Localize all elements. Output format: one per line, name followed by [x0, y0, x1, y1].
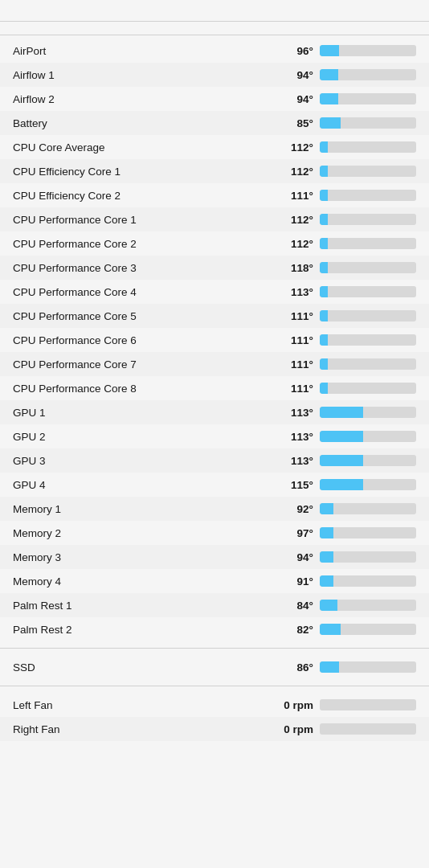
bar-container: [320, 503, 416, 514]
sensor-name: SSD: [13, 661, 275, 674]
sensor-row: GPU 1113°: [0, 400, 429, 424]
sensor-row: GPU 2113°: [0, 424, 429, 448]
sensor-value: 111°: [275, 383, 313, 395]
bar-fill: [320, 45, 339, 56]
bar-container: [320, 407, 416, 418]
sensor-name: CPU Performance Core 3: [13, 262, 275, 274]
bar-container: [320, 117, 416, 129]
sensor-name: Memory 3: [13, 551, 275, 563]
sensor-row: GPU 3113°: [0, 448, 429, 473]
bar-fill: [320, 93, 338, 104]
sensor-value: 111°: [275, 190, 313, 202]
bar-container: [320, 214, 416, 225]
sensor-row: GPU 4115°: [0, 473, 429, 497]
sensor-name: Memory 1: [13, 503, 275, 515]
bar-container: [320, 479, 416, 490]
sensor-name: CPU Performance Core 8: [13, 383, 275, 395]
bar-container: [320, 527, 416, 538]
sensor-name: Airflow 2: [13, 93, 275, 105]
bar-fill: [320, 431, 363, 442]
sensor-name: Memory 2: [13, 527, 275, 539]
bar-container: [320, 699, 416, 710]
sensor-row: Memory 491°: [0, 569, 429, 593]
sensor-row: CPU Efficiency Core 2111°: [0, 183, 429, 207]
bar-fill: [320, 661, 339, 673]
sensor-name: GPU 4: [13, 479, 275, 491]
bar-container: [320, 310, 416, 321]
sensor-row: Memory 394°: [0, 545, 429, 569]
bar-container: [320, 431, 416, 442]
bar-fill: [320, 238, 328, 249]
bar-fill: [320, 310, 328, 321]
bar-fill: [320, 286, 328, 297]
sensor-row: AirPort96°: [0, 39, 429, 63]
sensor-value: 113°: [275, 455, 313, 467]
sensor-name: CPU Efficiency Core 1: [13, 166, 275, 178]
sensor-row: Battery85°: [0, 111, 429, 135]
sensor-row: CPU Performance Core 6111°: [0, 328, 429, 352]
bar-fill: [320, 503, 333, 514]
bar-fill: [320, 117, 341, 129]
sensor-row: Memory 192°: [0, 497, 429, 521]
sensor-row: CPU Performance Core 5111°: [0, 304, 429, 328]
sensor-row: CPU Efficiency Core 1112°: [0, 159, 429, 183]
sensor-row: Airflow 194°: [0, 63, 429, 87]
sensor-value: 86°: [275, 661, 313, 674]
bar-container: [320, 166, 416, 177]
sensors-group: AirPort96°Airflow 194°Airflow 294°Batter…: [0, 35, 429, 645]
sensor-value: 112°: [275, 166, 313, 178]
sensor-name: CPU Performance Core 7: [13, 358, 275, 371]
bar-container: [320, 93, 416, 104]
sensor-row: CPU Performance Core 2112°: [0, 231, 429, 256]
sensor-name: CPU Performance Core 5: [13, 310, 275, 322]
bar-container: [320, 600, 416, 611]
sensor-row: Left Fan0 rpm: [0, 693, 429, 717]
bar-container: [320, 358, 416, 370]
bar-container: [320, 190, 416, 201]
sensor-value: 112°: [275, 238, 313, 250]
sensor-value: 112°: [275, 141, 313, 154]
bar-fill: [320, 527, 333, 538]
sensor-value: 112°: [275, 214, 313, 226]
sensor-row: CPU Performance Core 1112°: [0, 207, 429, 231]
bar-container: [320, 383, 416, 394]
sensor-value: 111°: [275, 334, 313, 346]
sensor-value: 0 rpm: [275, 699, 313, 711]
sensor-value: 113°: [275, 407, 313, 419]
sensor-name: Airflow 1: [13, 69, 275, 81]
divider-1: [0, 648, 429, 649]
sensor-value: 113°: [275, 286, 313, 298]
sensor-value: 115°: [275, 479, 313, 491]
sensor-row: CPU Core Average112°: [0, 135, 429, 159]
sensor-name: CPU Performance Core 1: [13, 214, 275, 226]
bar-fill: [320, 166, 328, 177]
sensor-name: Left Fan: [13, 699, 275, 711]
bar-fill: [320, 600, 337, 611]
sensor-row: SSD86°: [0, 655, 429, 679]
bar-fill: [320, 190, 328, 201]
main-container: AirPort96°Airflow 194°Airflow 294°Batter…: [0, 0, 429, 744]
sensor-value: 92°: [275, 503, 313, 515]
sensor-value: 111°: [275, 358, 313, 371]
sensor-name: CPU Efficiency Core 2: [13, 190, 275, 202]
bar-fill: [320, 141, 328, 153]
sensor-name: Palm Rest 2: [13, 624, 275, 636]
sensor-value: 84°: [275, 600, 313, 612]
sensor-value: 94°: [275, 551, 313, 563]
sensor-name: Right Fan: [13, 723, 275, 735]
sensor-name: CPU Performance Core 6: [13, 334, 275, 346]
bar-fill: [320, 455, 363, 466]
sensor-name: Battery: [13, 117, 275, 129]
bar-container: [320, 334, 416, 346]
bar-container: [320, 286, 416, 297]
fans-section-header: [0, 22, 429, 35]
bar-container: [320, 624, 416, 635]
bar-container: [320, 723, 416, 735]
page-header: [0, 0, 429, 22]
bar-fill: [320, 334, 328, 346]
sensor-value: 113°: [275, 431, 313, 443]
ssd-group: SSD86°: [0, 652, 429, 682]
sensor-value: 82°: [275, 624, 313, 636]
sensor-row: CPU Performance Core 7111°: [0, 352, 429, 376]
sensor-value: 0 rpm: [275, 723, 313, 735]
